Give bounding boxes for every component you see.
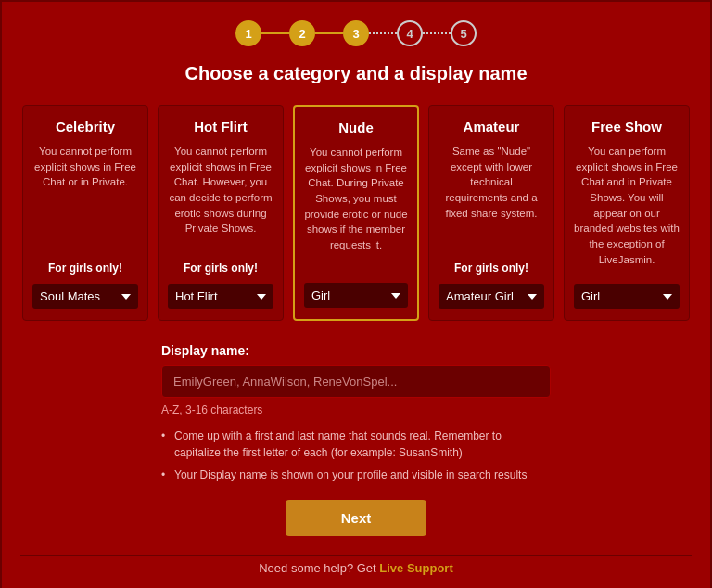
char-hint: A-Z, 3-16 characters bbox=[161, 403, 551, 416]
category-hotflirt-title: Hot Flirt bbox=[194, 119, 248, 134]
line-1-2 bbox=[261, 32, 289, 34]
category-celebrity-select[interactable]: Soul Mates bbox=[32, 284, 138, 309]
category-amateur-title: Amateur bbox=[464, 119, 520, 134]
category-freeshow-desc: You can perform explicit shows in Free C… bbox=[574, 144, 680, 267]
page-title: Choose a category and a display name bbox=[20, 63, 692, 84]
category-freeshow[interactable]: Free Show You can perform explicit shows… bbox=[564, 105, 690, 321]
display-name-input[interactable] bbox=[161, 365, 551, 398]
category-celebrity-note: For girls only! bbox=[48, 262, 122, 275]
category-hotflirt-desc: You cannot perform explicit shows in Fre… bbox=[168, 144, 273, 254]
display-name-label: Display name: bbox=[161, 343, 551, 358]
rules-list: Come up with a first and last name that … bbox=[161, 428, 551, 483]
category-amateur-select[interactable]: Amateur Girl bbox=[439, 284, 544, 309]
category-nude-title: Nude bbox=[338, 120, 374, 135]
category-freeshow-title: Free Show bbox=[591, 119, 662, 134]
step-2: 2 bbox=[289, 20, 315, 46]
rule-1: Come up with a first and last name that … bbox=[161, 428, 551, 461]
step-3: 3 bbox=[343, 20, 369, 46]
category-amateur-note: For girls only! bbox=[454, 262, 528, 275]
main-container: 1 2 3 4 5 Choose a category and a displa… bbox=[0, 0, 712, 588]
footer-text: Need some help? Get bbox=[259, 561, 379, 575]
category-celebrity[interactable]: Celebrity You cannot perform explicit sh… bbox=[22, 105, 148, 321]
line-3-4 bbox=[369, 32, 397, 34]
step-4: 4 bbox=[397, 20, 423, 46]
category-celebrity-title: Celebrity bbox=[56, 119, 115, 134]
next-button[interactable]: Next bbox=[286, 500, 427, 536]
category-nude-desc: You cannot perform explicit shows in Fre… bbox=[304, 145, 408, 266]
category-nude-select[interactable]: Girl bbox=[304, 283, 408, 308]
footer-help: Need some help? Get Live Support bbox=[20, 555, 692, 575]
category-hotflirt[interactable]: Hot Flirt You cannot perform explicit sh… bbox=[158, 105, 284, 321]
display-name-section: Display name: A-Z, 3-16 characters Come … bbox=[161, 343, 551, 483]
category-celebrity-desc: You cannot perform explicit shows in Fre… bbox=[32, 144, 138, 254]
rule-2: Your Display name is shown on your profi… bbox=[161, 467, 551, 483]
category-hotflirt-select[interactable]: Hot Flirt bbox=[168, 284, 273, 309]
step-5: 5 bbox=[451, 20, 477, 46]
category-hotflirt-note: For girls only! bbox=[184, 262, 258, 275]
line-2-3 bbox=[315, 32, 343, 34]
category-amateur-desc: Same as "Nude" except with lower technic… bbox=[439, 144, 544, 254]
next-button-wrap: Next bbox=[20, 500, 692, 536]
categories-row: Celebrity You cannot perform explicit sh… bbox=[20, 105, 692, 321]
progress-bar: 1 2 3 4 5 bbox=[20, 20, 692, 46]
category-nude[interactable]: Nude You cannot perform explicit shows i… bbox=[293, 105, 419, 321]
category-freeshow-select[interactable]: Girl bbox=[574, 284, 680, 309]
line-4-5 bbox=[423, 32, 451, 34]
live-support-link[interactable]: Live Support bbox=[379, 561, 452, 575]
category-amateur[interactable]: Amateur Same as "Nude" except with lower… bbox=[428, 105, 554, 321]
step-1: 1 bbox=[235, 20, 261, 46]
